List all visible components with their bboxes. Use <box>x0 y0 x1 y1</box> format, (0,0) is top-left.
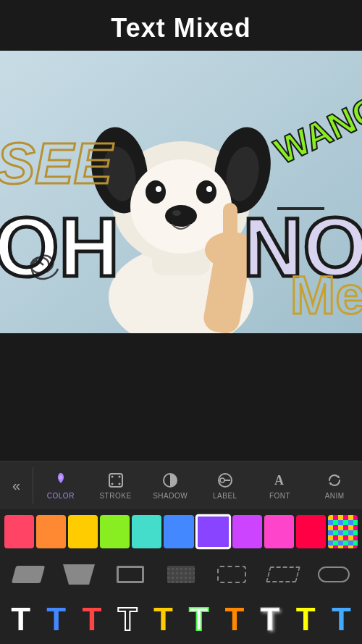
color-swatch-orange[interactable] <box>36 515 66 548</box>
scribble-decoration <box>11 233 76 301</box>
tool-anim[interactable]: ANIM <box>307 468 362 503</box>
svg-point-12 <box>156 186 161 192</box>
page-title: Text Mixed <box>0 13 362 43</box>
svg-marker-29 <box>63 564 95 585</box>
anim-icon <box>326 471 343 490</box>
canvas-text-me[interactable]: Me <box>290 264 362 326</box>
tool-label[interactable]: LABEL <box>198 468 253 503</box>
color-swatch-multi[interactable] <box>328 515 358 548</box>
text-style-green-outline[interactable]: T <box>182 601 215 638</box>
shape-rect-dotted[interactable] <box>157 559 205 590</box>
svg-point-27 <box>220 478 224 482</box>
tool-shadow[interactable]: SHADOW <box>143 468 198 503</box>
canvas-area[interactable]: SEE OH NO WANG Me <box>0 51 362 333</box>
shape-pill[interactable] <box>310 559 358 590</box>
svg-point-15 <box>172 210 181 216</box>
color-swatch-violet[interactable] <box>232 515 262 548</box>
text-style-gray[interactable]: T <box>253 601 286 638</box>
text-style-blue[interactable]: T <box>40 601 72 638</box>
svg-point-14 <box>165 205 197 227</box>
text-style-light-blue[interactable]: T <box>325 601 358 638</box>
svg-text:A: A <box>274 473 284 488</box>
shadow-icon <box>161 471 179 490</box>
text-style-orange[interactable]: T <box>218 601 251 638</box>
color-swatches-row <box>0 509 362 554</box>
back-icon: « <box>12 477 20 494</box>
shadow-label: SHADOW <box>153 492 188 500</box>
text-style-red[interactable]: T <box>75 601 108 638</box>
color-swatch-red[interactable] <box>4 515 34 548</box>
svg-point-21 <box>111 476 113 478</box>
color-label: COLOR <box>47 492 75 500</box>
svg-rect-20 <box>109 474 122 487</box>
color-swatch-crimson[interactable] <box>296 515 326 548</box>
shape-row <box>0 554 362 595</box>
svg-point-10 <box>146 180 166 204</box>
color-icon <box>52 471 70 490</box>
color-swatch-lime[interactable] <box>100 515 130 548</box>
font-label: FONT <box>269 492 290 500</box>
svg-point-11 <box>196 180 216 204</box>
text-style-white[interactable]: T <box>4 601 37 638</box>
shape-rect-dashed-rounded[interactable] <box>208 559 256 590</box>
anim-label: ANIM <box>325 492 345 500</box>
svg-point-22 <box>118 476 120 478</box>
canvas-text-see[interactable]: SEE <box>0 130 112 197</box>
svg-point-24 <box>118 483 120 485</box>
header: Text Mixed <box>0 0 362 51</box>
shape-rect-outline[interactable] <box>106 559 154 590</box>
shape-trapezoid[interactable] <box>55 559 103 590</box>
shape-parallelogram-outline[interactable] <box>258 559 306 590</box>
text-style-row: T T T T T T T T T T <box>0 595 362 644</box>
svg-point-19 <box>59 476 62 480</box>
font-icon: A <box>272 471 289 490</box>
shape-parallelogram-filled[interactable] <box>4 559 52 590</box>
color-swatch-yellow[interactable] <box>68 515 98 548</box>
label-icon <box>216 471 234 490</box>
tool-font[interactable]: A FONT <box>253 468 308 503</box>
dash-line <box>277 207 324 210</box>
bottom-panel: « COLOR STROKE <box>0 461 362 644</box>
back-button[interactable]: « <box>0 467 33 503</box>
text-style-bright-yellow[interactable]: T <box>290 601 322 638</box>
color-swatch-purple[interactable] <box>195 514 230 549</box>
stroke-label: STROKE <box>99 492 131 500</box>
text-style-yellow[interactable]: T <box>147 601 180 638</box>
toolbar: « COLOR STROKE <box>0 461 362 509</box>
tool-color[interactable]: COLOR <box>33 468 88 503</box>
color-swatch-blue[interactable] <box>164 515 193 548</box>
label-label: LABEL <box>213 492 237 500</box>
svg-point-13 <box>206 186 212 192</box>
stroke-icon <box>107 471 125 490</box>
text-style-dark-outline[interactable]: T <box>111 601 144 638</box>
color-swatch-cyan[interactable] <box>132 515 161 548</box>
color-swatch-pink[interactable] <box>264 515 294 548</box>
tool-stroke[interactable]: STROKE <box>88 468 143 503</box>
svg-point-23 <box>111 483 113 485</box>
